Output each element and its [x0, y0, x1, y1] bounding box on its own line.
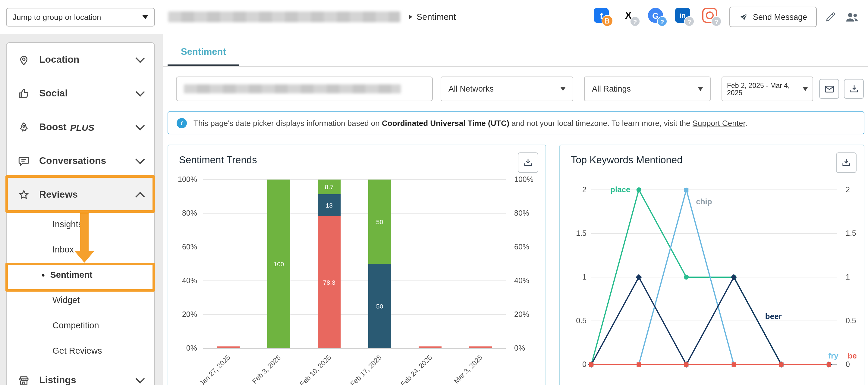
chevron-up-icon — [135, 192, 145, 201]
support-center-link[interactable]: Support Center — [692, 118, 745, 127]
svg-text:60%: 60% — [182, 243, 197, 251]
sidebar-item-reviews[interactable]: Reviews — [7, 178, 154, 212]
svg-text:0%: 0% — [514, 344, 525, 352]
people-icon — [844, 9, 860, 24]
sidebar-subitem-widget[interactable]: Widget — [7, 287, 154, 313]
redacted-search-text — [184, 84, 401, 93]
svg-text:100: 100 — [273, 261, 284, 267]
svg-text:0.5: 0.5 — [576, 316, 587, 325]
star-icon — [18, 188, 30, 201]
sidebar-item-label: Boost — [39, 122, 67, 133]
tab-bar: Sentiment — [163, 34, 868, 67]
network-filter-select[interactable]: All Networks — [441, 76, 573, 101]
email-report-button[interactable] — [819, 79, 839, 99]
send-message-button[interactable]: Send Message — [730, 7, 817, 27]
instagram-help-badge: ? — [711, 16, 721, 27]
filter-row: All Networks All Ratings Feb 2, 2025 - M… — [176, 76, 868, 101]
svg-text:Feb 24, 2025: Feb 24, 2025 — [399, 353, 433, 385]
tab-sentiment[interactable]: Sentiment — [167, 46, 239, 66]
google-business-icon[interactable]: G ? — [648, 7, 667, 27]
date-range-select[interactable]: Feb 2, 2025 - Mar 4, 2025 — [721, 76, 813, 101]
envelope-icon — [824, 84, 835, 94]
sidebar-subitem-competition[interactable]: Competition — [7, 313, 154, 338]
sidebar-subitem-inbox[interactable]: Inbox — [7, 237, 154, 262]
edit-pencil-button[interactable] — [825, 11, 837, 23]
svg-text:1.5: 1.5 — [576, 229, 587, 237]
contacts-button[interactable] — [844, 9, 860, 24]
sidebar-subitem-insights[interactable]: Insights — [7, 212, 154, 237]
download-icon — [841, 157, 852, 168]
sidebar-item-boost[interactable]: Boost PLUS — [7, 110, 154, 144]
chevron-down-icon — [803, 87, 808, 91]
info-icon: i — [177, 118, 187, 128]
sidebar: Location Social Boost PLUS — [6, 42, 155, 385]
sidebar-subitem-label: Insights — [53, 219, 83, 229]
svg-text:Jan 27, 2025: Jan 27, 2025 — [198, 353, 232, 385]
svg-text:0: 0 — [846, 360, 850, 368]
sidebar-item-location[interactable]: Location — [7, 43, 154, 76]
svg-text:2: 2 — [582, 185, 587, 194]
breadcrumb: Sentiment — [409, 12, 456, 22]
chevron-down-icon — [698, 87, 703, 91]
svg-text:0: 0 — [582, 360, 587, 368]
svg-text:1: 1 — [582, 272, 587, 281]
notice-text-mid: and not your local timezone. To learn mo… — [509, 118, 692, 127]
sidebar-item-listings[interactable]: Listings — [7, 363, 154, 385]
chevron-down-icon — [135, 87, 145, 96]
top-keywords-svg: 000.50.5111.51.522placechipbeerfrybe — [560, 172, 864, 385]
sentiment-trends-chart: 0%0%20%20%40%40%60%60%80%80%100%100%Jan … — [168, 172, 546, 385]
svg-text:place: place — [610, 185, 630, 194]
svg-text:0%: 0% — [186, 344, 197, 352]
svg-text:20%: 20% — [182, 310, 197, 318]
facebook-icon[interactable]: f B — [594, 7, 613, 27]
rating-filter-value: All Ratings — [592, 84, 698, 93]
utc-notice-banner: i This page's date picker displays infor… — [167, 111, 864, 134]
x-twitter-icon[interactable]: X ? — [621, 7, 640, 27]
instagram-icon[interactable]: ? — [702, 7, 721, 27]
svg-text:100%: 100% — [514, 175, 533, 184]
svg-text:fry: fry — [828, 351, 838, 360]
sentiment-trends-panel: Sentiment Trends 0%0%20%20%40%40%60%60%8… — [167, 145, 546, 385]
linkedin-icon[interactable]: in ? — [675, 7, 694, 27]
search-input[interactable] — [176, 76, 433, 101]
network-filter-value: All Networks — [448, 84, 561, 93]
chevron-down-icon — [135, 374, 145, 383]
download-icon — [523, 157, 533, 168]
sidebar-item-suffix: PLUS — [70, 122, 94, 132]
breadcrumb-caret-icon — [409, 14, 412, 19]
storefront-icon — [18, 374, 30, 385]
rating-filter-select[interactable]: All Ratings — [584, 76, 711, 101]
download-icon — [848, 84, 859, 94]
download-chart-button[interactable] — [836, 153, 857, 173]
chart-title: Sentiment Trends — [168, 145, 546, 169]
notice-text-post: . — [745, 118, 747, 127]
export-download-button[interactable] — [844, 79, 864, 99]
charts-row: Sentiment Trends 0%0%20%20%40%40%60%60%8… — [167, 145, 864, 385]
svg-text:Mar 3, 2025: Mar 3, 2025 — [453, 353, 484, 385]
top-keywords-panel: Top Keywords Mentioned 000.50.5111.51.52… — [559, 145, 864, 385]
sidebar-item-conversations[interactable]: Conversations — [7, 144, 154, 178]
topbar-actions: f B X ? G ? in ? ? — [594, 7, 868, 27]
paper-plane-icon — [739, 12, 748, 22]
svg-text:13: 13 — [326, 202, 333, 209]
chevron-down-icon — [135, 155, 145, 164]
breadcrumb-current: Sentiment — [416, 12, 456, 22]
rocket-icon — [18, 121, 30, 133]
jump-to-group-select[interactable]: Jump to group or location — [6, 7, 155, 26]
sidebar-item-social[interactable]: Social — [7, 76, 154, 110]
svg-text:beer: beer — [765, 312, 782, 321]
svg-text:Feb 17, 2025: Feb 17, 2025 — [349, 353, 383, 385]
svg-text:1: 1 — [846, 272, 850, 281]
svg-text:0.5: 0.5 — [846, 316, 856, 325]
svg-text:20%: 20% — [514, 310, 529, 318]
sidebar-subitem-get-reviews[interactable]: Get Reviews — [7, 338, 154, 363]
active-bullet-icon: • — [41, 269, 45, 280]
download-chart-button[interactable] — [518, 153, 538, 173]
linkedin-help-badge: ? — [684, 16, 694, 27]
sidebar-subitem-label: Inbox — [53, 245, 74, 254]
x-help-badge: ? — [630, 16, 640, 27]
sidebar-subitem-label: Sentiment — [50, 270, 93, 280]
sidebar-subitem-sentiment[interactable]: • Sentiment — [7, 262, 154, 287]
chevron-down-icon — [561, 87, 565, 91]
svg-text:be: be — [847, 351, 857, 360]
